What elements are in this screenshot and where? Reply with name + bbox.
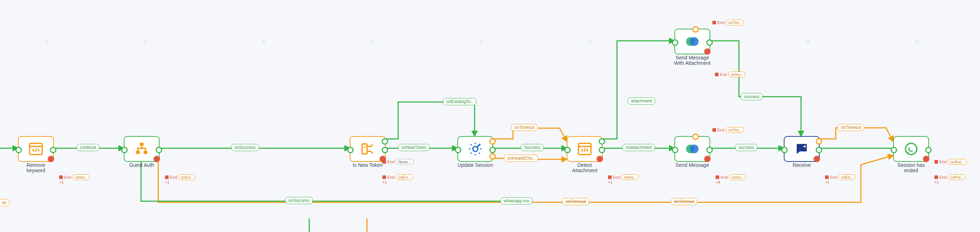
badge-guest-auth: End onErr.. [165,174,195,180]
edge-label-onnewtoken: onNewToken [398,144,430,151]
svg-point-6 [364,146,366,148]
badge-isnew-err: End onErr.. [382,174,412,180]
port-out[interactable] [50,147,56,153]
node-label: DetectAttachment [572,163,598,174]
badge-isnew-plus: +1 [382,180,387,185]
port-err[interactable] [154,156,160,162]
port-in[interactable] [121,147,128,153]
svg-point-7 [473,147,478,152]
port-top[interactable] [692,134,699,140]
port-err[interactable] [704,48,711,55]
port-out-timeout[interactable] [816,138,822,145]
badge-session-plus: +1 [934,180,939,185]
port-err[interactable] [813,156,820,162]
port-in[interactable] [672,39,678,46]
edge-label-oninvalid: onInvalidCho.. [504,155,538,162]
stop-icon [165,175,169,179]
port-err[interactable] [704,156,711,162]
node-label: Update Session [458,163,493,168]
node-remove-keyword[interactable]: Removekeyword [18,136,54,162]
switch-icon [360,141,375,156]
badge-session-top: End onSuc.. [934,159,966,165]
port-in[interactable] [891,147,897,153]
hierarchy-icon [134,141,149,156]
node-guest-auth[interactable]: Guest Auth [124,136,160,162]
edge-label-ontimeout-recv: onTimeout [838,124,864,131]
port-out[interactable] [706,39,713,46]
stop-icon [382,175,386,179]
node-receive[interactable]: Receive [784,136,820,162]
svg-rect-5 [362,144,367,154]
badge-session-bot: End onPol.. [934,174,965,180]
node-label: Is New Token [353,163,383,168]
port-in[interactable] [16,147,22,153]
gear-wrench-icon [468,141,483,156]
stop-icon [825,175,829,179]
badge-sm-bot: End onInv.. [716,174,746,180]
stop-icon [716,175,719,179]
port-out[interactable] [599,147,605,153]
node-update-session[interactable]: Update Session [457,136,493,162]
node-session-ended[interactable]: Session hasended [893,136,929,162]
badge-sm-top: End onTim.. [713,127,744,133]
port-err[interactable] [597,156,603,162]
port-out-invalid[interactable] [489,153,496,160]
flow-canvas[interactable]: Removekeyword End onInv.. +1 Guest Auth … [0,0,980,232]
port-out[interactable] [489,147,496,153]
stop-icon [934,160,938,164]
edge-label-onsuccess-b: onSuccess [285,197,313,204]
node-send-message[interactable]: Send Message [675,136,710,162]
node-is-new-token[interactable]: Is New Token [350,136,386,162]
edge-label-success-attach: success [741,93,763,100]
port-out[interactable] [816,147,822,153]
badge-receive: End onErr.. [825,174,855,180]
svg-point-11 [690,37,699,46]
port-out[interactable] [382,147,388,153]
port-err[interactable] [48,156,54,162]
stop-icon [715,73,719,76]
port-in[interactable] [455,147,461,153]
edge-label-on: on [0,199,10,206]
chat-bubble-icon [794,141,809,156]
port-in[interactable] [672,147,678,153]
node-label: Session hasended [897,163,925,174]
badge-remove-keyword: End onInv.. [59,174,89,180]
stop-icon [713,21,716,24]
edge-label-success-msg: success [735,144,757,151]
port-in[interactable] [781,147,788,153]
stop-icon [382,160,386,164]
svg-point-13 [690,145,699,154]
node-label: Removekeyword [27,163,45,174]
badge-sma-bot: End onInv.. [715,72,745,77]
node-label: Send Message [675,163,709,168]
svg-rect-4 [143,151,148,154]
svg-rect-2 [140,143,144,146]
svg-rect-3 [136,151,140,154]
port-err[interactable] [923,156,929,162]
port-top[interactable] [692,26,699,33]
port-in[interactable] [347,147,354,153]
webex-icon [685,34,700,49]
badge-sm-plus: +4 [716,180,720,185]
badge-detect-plus: +1 [608,180,612,185]
edge-label-ontimeout: onTimeout [511,124,538,131]
port-out[interactable] [925,147,932,153]
stop-icon [934,175,938,179]
node-detect-attachment[interactable]: DetectAttachment [567,136,603,162]
port-out-2[interactable] [599,138,605,145]
badge-detect: End onInv.. [608,174,638,180]
stop-icon [713,128,716,132]
port-in[interactable] [564,147,571,153]
edge-label-onsuccess: onSuccess [231,144,259,151]
edge-label-continue: continue [77,144,99,151]
port-out[interactable] [156,147,162,153]
node-label: Guest Auth [129,163,154,168]
port-out-timeout[interactable] [489,138,496,145]
node-send-message-attachment[interactable]: Send MessageWith Attachment [675,28,710,54]
port-out-2[interactable] [382,138,388,145]
edge-label-ontimeout-b2: onTimeout [671,198,697,205]
edge-label-noattachment: noattachment [622,144,655,151]
port-out[interactable] [706,147,713,153]
edge-label-attachment: attachment [628,97,655,104]
stop-icon [608,175,612,179]
